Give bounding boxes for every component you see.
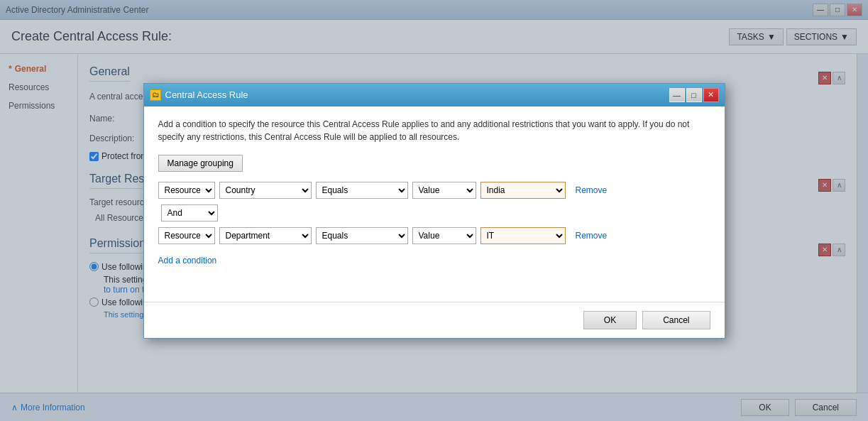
modal-title-text: Central Access Rule: [165, 89, 248, 100]
condition-row-1: Resource Country Equals Value India Remo…: [158, 182, 710, 199]
modal-footer: OK Cancel: [144, 302, 725, 338]
condition1-attribute-select[interactable]: Country: [219, 182, 312, 199]
condition1-value-type-select[interactable]: Value: [412, 182, 476, 199]
modal-ok-button[interactable]: OK: [583, 311, 637, 329]
modal-minimize-button[interactable]: —: [669, 88, 685, 102]
modal-controls: — □ ✕: [669, 88, 719, 102]
condition1-type-select[interactable]: Resource: [158, 182, 215, 199]
condition1-value-select[interactable]: India: [480, 182, 566, 199]
and-operator-row: And: [161, 204, 710, 222]
modal-overlay: 🗂 Central Access Rule — □ ✕ Add a condit…: [0, 0, 868, 421]
modal-title-left: 🗂 Central Access Rule: [150, 89, 248, 101]
modal-titlebar: 🗂 Central Access Rule — □ ✕: [144, 84, 725, 106]
modal-dialog: 🗂 Central Access Rule — □ ✕ Add a condit…: [143, 83, 725, 339]
modal-close-button[interactable]: ✕: [703, 88, 719, 102]
modal-cancel-button[interactable]: Cancel: [642, 311, 710, 329]
modal-icon: 🗂: [150, 89, 161, 101]
condition2-attribute-select[interactable]: Department: [219, 227, 312, 244]
modal-description: Add a condition to specify the resource …: [158, 118, 710, 143]
modal-maximize-button[interactable]: □: [686, 88, 702, 102]
condition2-remove-link[interactable]: Remove: [576, 231, 608, 241]
manage-grouping-button[interactable]: Manage grouping: [158, 155, 243, 172]
condition2-value-type-select[interactable]: Value: [412, 227, 476, 244]
condition1-remove-link[interactable]: Remove: [576, 185, 608, 195]
condition2-value-select[interactable]: IT: [480, 227, 566, 244]
condition2-operator-select[interactable]: Equals: [316, 227, 408, 244]
and-operator-select[interactable]: And: [161, 204, 218, 222]
condition1-operator-select[interactable]: Equals: [316, 182, 408, 199]
condition2-type-select[interactable]: Resource: [158, 227, 215, 244]
modal-body: Add a condition to specify the resource …: [144, 106, 725, 302]
add-condition-link[interactable]: Add a condition: [158, 256, 710, 266]
condition-row-2: Resource Department Equals Value IT Remo…: [158, 227, 710, 244]
